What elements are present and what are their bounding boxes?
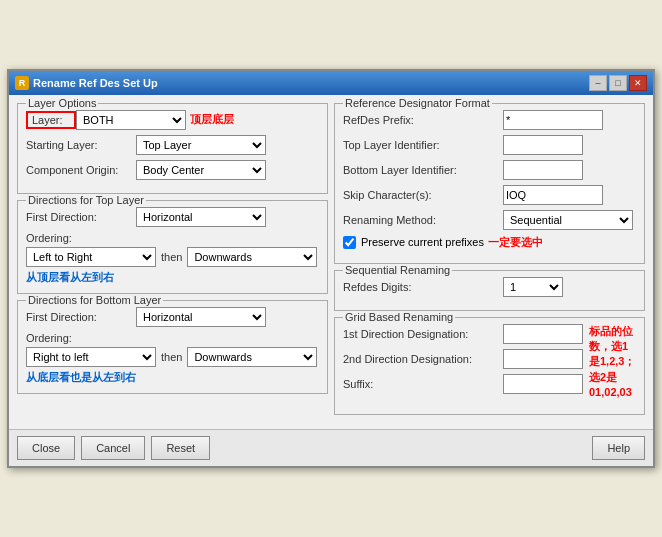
- preserve-prefix-label: Preserve current prefixes: [361, 236, 484, 248]
- skip-chars-input[interactable]: [503, 185, 603, 205]
- bottom-ordering-row: Left to Right Right to left then Downwar…: [26, 347, 319, 367]
- grid-renaming-label: Grid Based Renaming: [343, 311, 455, 323]
- grid-content: 1st Direction Designation: 2nd Direction…: [343, 324, 583, 401]
- dir2-designation-input[interactable]: [503, 349, 583, 369]
- component-origin-select[interactable]: Body Center Pin 1 Center: [136, 160, 266, 180]
- footer: Close Cancel Reset Help: [9, 429, 653, 466]
- top-ordering-label: Ordering:: [26, 232, 319, 244]
- top-first-dir-row: First Direction: Horizontal Vertical: [26, 207, 319, 227]
- dir1-designation-input[interactable]: [503, 324, 583, 344]
- top-order1-select[interactable]: Left to Right Right to left: [26, 247, 156, 267]
- bottom-directions-label: Directions for Bottom Layer: [26, 294, 163, 306]
- bottom-layer-id-label: Bottom Layer Identifier:: [343, 164, 503, 176]
- renaming-method-row: Renaming Method: Sequential Grid Based: [343, 210, 636, 230]
- seq-renaming-group: Sequential Renaming Refdes Digits: 1 2 3: [334, 270, 645, 311]
- bottom-layer-id-input[interactable]: [503, 160, 583, 180]
- starting-layer-row: Starting Layer: Top Layer Bottom Layer: [26, 135, 319, 155]
- suffix-input[interactable]: [503, 374, 583, 394]
- layer-select[interactable]: BOTH TOP BOTTOM: [76, 110, 186, 130]
- title-buttons: – □ ✕: [589, 75, 647, 91]
- top-annotation: 从顶层看从左到右: [26, 270, 319, 285]
- top-layer-id-input[interactable]: [503, 135, 583, 155]
- skip-chars-row: Skip Character(s):: [343, 185, 636, 205]
- bottom-order2-select[interactable]: Downwards Upwards: [187, 347, 317, 367]
- window-title: Rename Ref Des Set Up: [33, 77, 158, 89]
- grid-renaming-group: Grid Based Renaming 1st Direction Design…: [334, 317, 645, 416]
- reset-button[interactable]: Reset: [151, 436, 210, 460]
- top-directions-label: Directions for Top Layer: [26, 194, 146, 206]
- top-ordering-row: Left to Right Right to left then Downwar…: [26, 247, 319, 267]
- close-button[interactable]: Close: [17, 436, 75, 460]
- left-panel: Layer Options Layer: BOTH TOP BOTTOM 顶层底…: [17, 103, 328, 422]
- help-button[interactable]: Help: [592, 436, 645, 460]
- skip-chars-label: Skip Character(s):: [343, 189, 503, 201]
- preserve-prefix-row: Preserve current prefixes 一定要选中: [343, 235, 636, 250]
- close-window-button[interactable]: ✕: [629, 75, 647, 91]
- main-window: R Rename Ref Des Set Up – □ ✕ Layer Opti…: [7, 69, 655, 469]
- bottom-ordering-label: Ordering:: [26, 332, 319, 344]
- refdes-prefix-input[interactable]: [503, 110, 603, 130]
- renaming-method-label: Renaming Method:: [343, 214, 503, 226]
- refdes-prefix-row: RefDes Prefix:: [343, 110, 636, 130]
- main-content: Layer Options Layer: BOTH TOP BOTTOM 顶层底…: [9, 95, 653, 430]
- dir2-designation-row: 2nd Direction Designation:: [343, 349, 583, 369]
- bottom-first-dir-row: First Direction: Horizontal Vertical: [26, 307, 319, 327]
- dir1-designation-row: 1st Direction Designation:: [343, 324, 583, 344]
- starting-layer-label: Starting Layer:: [26, 139, 136, 151]
- seq-renaming-label: Sequential Renaming: [343, 264, 452, 276]
- bottom-first-dir-label: First Direction:: [26, 311, 136, 323]
- preserve-prefix-checkbox[interactable]: [343, 236, 356, 249]
- top-directions-group: Directions for Top Layer First Direction…: [17, 200, 328, 294]
- digits-annotation: 标品的位数，选1是1,2,3； 选2是01,02,03: [589, 324, 636, 401]
- minimize-button[interactable]: –: [589, 75, 607, 91]
- maximize-button[interactable]: □: [609, 75, 627, 91]
- bottom-order1-select[interactable]: Left to Right Right to left: [26, 347, 156, 367]
- right-panel: Reference Designator Format RefDes Prefi…: [334, 103, 645, 422]
- layer-options-label: Layer Options: [26, 97, 98, 109]
- title-bar: R Rename Ref Des Set Up – □ ✕: [9, 71, 653, 95]
- top-first-dir-label: First Direction:: [26, 211, 136, 223]
- app-icon: R: [15, 76, 29, 90]
- component-origin-label: Component Origin:: [26, 164, 136, 176]
- bottom-directions-group: Directions for Bottom Layer First Direct…: [17, 300, 328, 394]
- dir2-designation-label: 2nd Direction Designation:: [343, 353, 503, 365]
- suffix-label: Suffix:: [343, 378, 503, 390]
- bottom-annotation: 从底层看也是从左到右: [26, 370, 319, 385]
- starting-layer-select[interactable]: Top Layer Bottom Layer: [136, 135, 266, 155]
- top-order2-select[interactable]: Downwards Upwards: [187, 247, 317, 267]
- cancel-button[interactable]: Cancel: [81, 436, 145, 460]
- dir1-designation-label: 1st Direction Designation:: [343, 328, 503, 340]
- top-layer-id-row: Top Layer Identifier:: [343, 135, 636, 155]
- refdes-digits-label: Refdes Digits:: [343, 281, 503, 293]
- layer-field-label: Layer:: [26, 111, 76, 129]
- renaming-method-select[interactable]: Sequential Grid Based: [503, 210, 633, 230]
- ref-des-format-group: Reference Designator Format RefDes Prefi…: [334, 103, 645, 264]
- bottom-layer-id-row: Bottom Layer Identifier:: [343, 160, 636, 180]
- refdes-digits-row: Refdes Digits: 1 2 3: [343, 277, 636, 297]
- layer-row: Layer: BOTH TOP BOTTOM 顶层底层: [26, 110, 319, 130]
- title-bar-left: R Rename Ref Des Set Up: [15, 76, 158, 90]
- layer-options-group: Layer Options Layer: BOTH TOP BOTTOM 顶层底…: [17, 103, 328, 194]
- then-label-top: then: [161, 251, 182, 263]
- top-first-dir-select[interactable]: Horizontal Vertical: [136, 207, 266, 227]
- bottom-first-dir-select[interactable]: Horizontal Vertical: [136, 307, 266, 327]
- ref-des-format-label: Reference Designator Format: [343, 97, 492, 109]
- component-origin-row: Component Origin: Body Center Pin 1 Cent…: [26, 160, 319, 180]
- refdes-digits-select[interactable]: 1 2 3: [503, 277, 563, 297]
- refdes-prefix-label: RefDes Prefix:: [343, 114, 503, 126]
- then-label-bottom: then: [161, 351, 182, 363]
- layer-annotation: 顶层底层: [190, 112, 234, 127]
- suffix-row: Suffix:: [343, 374, 583, 394]
- top-layer-id-label: Top Layer Identifier:: [343, 139, 503, 151]
- preserve-annotation: 一定要选中: [488, 235, 543, 250]
